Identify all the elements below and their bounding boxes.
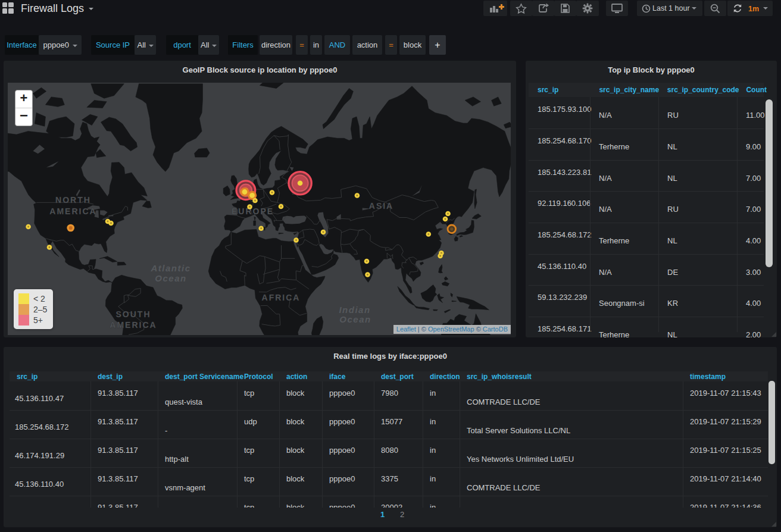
svg-text:AFRICA: AFRICA [262, 293, 301, 302]
svg-text:Ocean: Ocean [339, 314, 371, 324]
svg-text:ASIA: ASIA [369, 201, 393, 211]
svg-text:Indian: Indian [339, 305, 370, 315]
svg-text:EUROPE: EUROPE [232, 206, 274, 216]
svg-text:AMERICA: AMERICA [49, 206, 96, 216]
svg-text:Ocean: Ocean [155, 273, 186, 283]
svg-text:Atlantic: Atlantic [150, 263, 190, 273]
svg-text:SOUTH: SOUTH [116, 309, 151, 319]
svg-text:NORTH: NORTH [55, 195, 91, 205]
svg-text:AMERICA: AMERICA [110, 320, 157, 330]
